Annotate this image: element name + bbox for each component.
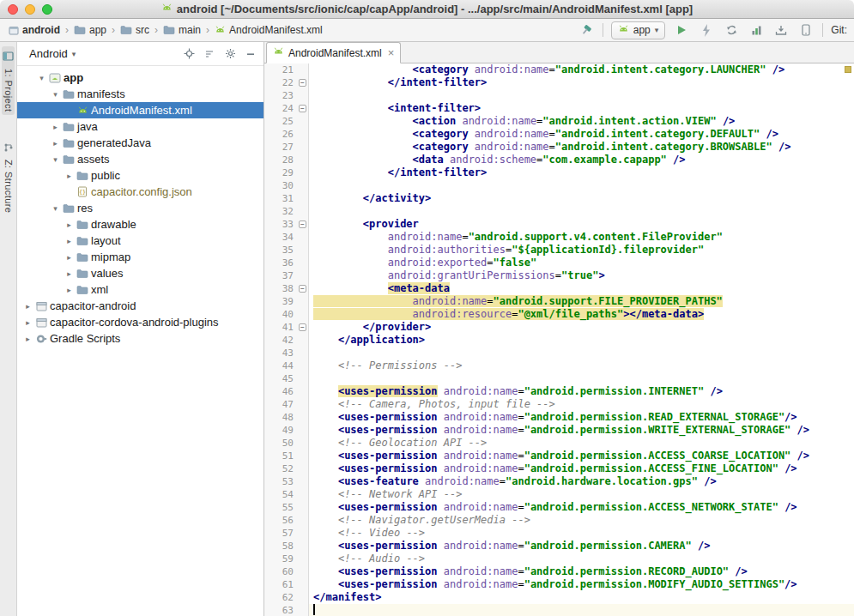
apply-changes-icon[interactable] <box>698 21 715 39</box>
collapse-all-icon[interactable] <box>203 48 215 60</box>
chevron-collapsed-icon[interactable]: ▸ <box>22 335 33 343</box>
chevron-collapsed-icon[interactable]: ▸ <box>64 269 75 278</box>
tree-item-mipmap[interactable]: ▸mipmap <box>17 249 263 265</box>
code-line-45[interactable]: 45 <box>264 372 854 385</box>
code-line-32[interactable]: 32 <box>264 205 854 218</box>
tree-item-androidmanifest-xml[interactable]: AndroidManifest.xml <box>17 102 263 118</box>
breadcrumb-item-androidmanifest-xml[interactable]: AndroidManifest.xml <box>213 23 324 37</box>
tree-item-capacitor-android[interactable]: ▸capacitor-android <box>17 298 263 314</box>
code-line-47[interactable]: 47 <!-- Camera, Photos, input file --> <box>264 398 854 411</box>
code-line-44[interactable]: 44 <!-- Permissions --> <box>264 359 854 372</box>
code-line-60[interactable]: 60 <uses-permission android:name="androi… <box>264 565 854 578</box>
run-button[interactable] <box>673 21 690 39</box>
chevron-expanded-icon[interactable]: ▾ <box>36 74 47 82</box>
settings-gear-icon[interactable] <box>224 48 236 60</box>
chevron-expanded-icon[interactable]: ▾ <box>50 90 61 99</box>
minimize-window-button[interactable] <box>25 4 35 15</box>
structure-tool-button[interactable]: Z: Structure <box>3 137 15 216</box>
inspection-indicator[interactable] <box>845 66 851 73</box>
code-line-25[interactable]: 25 <action android:name="android.intent.… <box>264 115 854 128</box>
code-line-28[interactable]: 28 <data android:scheme="com.example.cap… <box>264 154 854 166</box>
code-line-40[interactable]: 40 android:resource="@xml/file_paths"></… <box>264 308 854 321</box>
tree-item-res[interactable]: ▾res <box>17 200 263 216</box>
code-line-39[interactable]: 39 android:name="android.support.FILE_PR… <box>264 295 854 308</box>
code-line-53[interactable]: 53 <uses-feature android:name="android.h… <box>264 475 854 488</box>
code-line-57[interactable]: 57 <!-- Video --> <box>264 527 854 540</box>
code-line-52[interactable]: 52 <uses-permission android:name="androi… <box>264 462 854 475</box>
code-line-42[interactable]: 42 </application> <box>264 334 854 347</box>
code-line-37[interactable]: 37 android:grantUriPermissions="true"> <box>264 269 854 282</box>
project-tool-button[interactable]: 1: Project <box>2 46 15 115</box>
code-line-54[interactable]: 54 <!-- Network API --> <box>264 488 854 501</box>
code-line-51[interactable]: 51 <uses-permission android:name="androi… <box>264 450 854 462</box>
chevron-collapsed-icon[interactable]: ▸ <box>50 123 61 131</box>
breadcrumb-item-android[interactable]: android <box>7 23 62 37</box>
fold-collapse-icon[interactable]: − <box>299 79 306 87</box>
sdk-manager-icon[interactable] <box>772 21 790 39</box>
tree-item-drawable[interactable]: ▸drawable <box>17 216 263 233</box>
code-line-22[interactable]: 22− </intent-filter> <box>264 76 854 89</box>
zoom-window-button[interactable] <box>42 4 52 15</box>
code-line-27[interactable]: 27 <category android:name="android.inten… <box>264 141 854 154</box>
code-line-63[interactable]: 63 <box>264 604 854 616</box>
chevron-collapsed-icon[interactable]: ▸ <box>64 237 75 245</box>
project-view-selector[interactable]: Android ▾ <box>29 47 76 60</box>
run-config-select[interactable]: app ▾ <box>611 21 666 39</box>
tree-item-generatedjava[interactable]: ▸generatedJava <box>17 135 263 151</box>
breadcrumb-item-main[interactable]: main <box>161 23 203 37</box>
code-line-41[interactable]: 41− </provider> <box>264 321 854 334</box>
code-area[interactable]: 21 <category android:name="android.inten… <box>264 63 854 616</box>
code-line-29[interactable]: 29 </intent-filter> <box>264 166 854 179</box>
code-line-59[interactable]: 59 <!-- Audio --> <box>264 553 854 565</box>
code-line-55[interactable]: 55 <uses-permission android:name="androi… <box>264 501 854 514</box>
fold-collapse-icon[interactable]: − <box>299 323 306 331</box>
chevron-collapsed-icon[interactable]: ▸ <box>64 220 75 229</box>
tree-item-capacitor-config-json[interactable]: {}capacitor.config.json <box>17 184 263 200</box>
tree-item-assets[interactable]: ▾assets <box>17 151 263 167</box>
locate-file-icon[interactable] <box>183 48 195 60</box>
device-manager-icon[interactable] <box>797 21 815 39</box>
close-window-button[interactable] <box>8 4 18 15</box>
code-line-21[interactable]: 21 <category android:name="android.inten… <box>264 63 854 76</box>
tab-androidmanifest-xml[interactable]: AndroidManifest.xml × <box>266 42 401 63</box>
tree-item-capacitor-cordova-android-plugins[interactable]: ▸capacitor-cordova-android-plugins <box>17 314 263 330</box>
tree-item-values[interactable]: ▸values <box>17 265 263 281</box>
code-line-58[interactable]: 58 <uses-permission android:name="androi… <box>264 540 854 553</box>
chevron-collapsed-icon[interactable]: ▸ <box>64 253 75 262</box>
code-line-30[interactable]: 30 <box>264 179 854 192</box>
tree-item-public[interactable]: ▸public <box>17 167 263 184</box>
breadcrumb-item-src[interactable]: src <box>118 23 151 37</box>
fold-collapse-icon[interactable]: − <box>299 220 306 228</box>
chevron-collapsed-icon[interactable]: ▸ <box>64 172 75 180</box>
close-tab-icon[interactable]: × <box>388 46 395 59</box>
code-line-24[interactable]: 24− <intent-filter> <box>264 102 854 115</box>
breadcrumb-item-app[interactable]: app <box>72 23 108 37</box>
code-line-62[interactable]: 62</manifest> <box>264 591 854 604</box>
code-line-31[interactable]: 31 </activity> <box>264 192 854 205</box>
code-line-43[interactable]: 43 <box>264 347 854 359</box>
code-line-46[interactable]: 46 <uses-permission android:name="androi… <box>264 385 854 398</box>
chevron-collapsed-icon[interactable]: ▸ <box>22 302 33 311</box>
hide-panel-icon[interactable] <box>245 48 257 60</box>
code-line-36[interactable]: 36 android:exported="false" <box>264 257 854 269</box>
code-line-34[interactable]: 34 android:name="android.support.v4.cont… <box>264 231 854 244</box>
code-line-49[interactable]: 49 <uses-permission android:name="androi… <box>264 424 854 437</box>
fold-collapse-icon[interactable]: − <box>299 285 306 293</box>
code-line-33[interactable]: 33− <provider <box>264 218 854 231</box>
code-line-23[interactable]: 23 <box>264 89 854 102</box>
chevron-collapsed-icon[interactable]: ▸ <box>22 318 33 327</box>
chevron-expanded-icon[interactable]: ▾ <box>50 155 61 164</box>
fold-collapse-icon[interactable]: − <box>299 105 306 112</box>
chevron-expanded-icon[interactable]: ▾ <box>50 204 61 213</box>
make-project-icon[interactable] <box>578 21 595 39</box>
chevron-collapsed-icon[interactable]: ▸ <box>50 139 61 148</box>
chevron-collapsed-icon[interactable]: ▸ <box>64 286 75 294</box>
code-line-35[interactable]: 35 android:authorities="${applicationId}… <box>264 244 854 257</box>
code-line-61[interactable]: 61 <uses-permission android:name="androi… <box>264 578 854 591</box>
code-line-56[interactable]: 56 <!-- Navigator.getUserMedia --> <box>264 514 854 527</box>
tree-item-layout[interactable]: ▸layout <box>17 233 263 249</box>
tree-item-xml[interactable]: ▸xml <box>17 281 263 298</box>
profiler-icon[interactable] <box>748 21 765 39</box>
sync-project-icon[interactable] <box>723 21 740 39</box>
tree-item-app[interactable]: ▾app <box>17 69 263 86</box>
